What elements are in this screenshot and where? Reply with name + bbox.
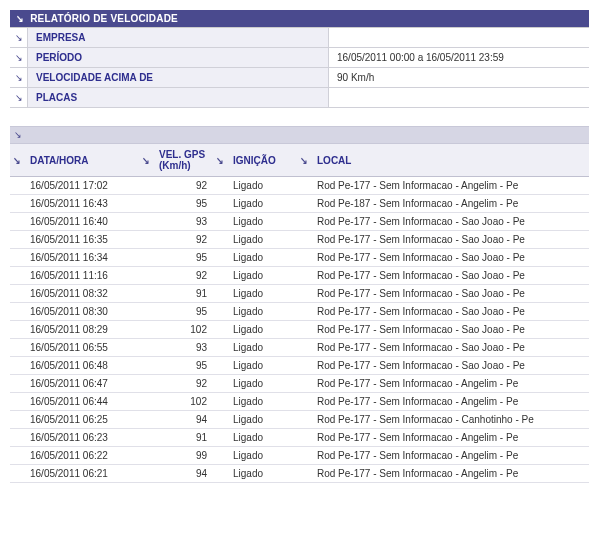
cell-spacer [213,393,227,411]
cell-spacer [213,231,227,249]
header-datahora[interactable]: DATA/HORA [24,144,139,177]
cell-spacer [139,285,153,303]
cell-spacer [213,177,227,195]
cell-local: Rod Pe-177 - Sem Informacao - Angelim - … [311,177,589,195]
cell-local: Rod Pe-177 - Sem Informacao - Sao Joao -… [311,285,589,303]
cell-datahora: 16/05/2011 06:47 [24,375,139,393]
cell-vel: 95 [153,357,213,375]
cell-datahora: 16/05/2011 06:48 [24,357,139,375]
param-arrow-cell: ↘ [10,48,28,67]
cell-vel: 91 [153,285,213,303]
cell-vel: 94 [153,411,213,429]
cell-spacer [10,213,24,231]
cell-vel: 95 [153,249,213,267]
param-row: ↘VELOCIDADE ACIMA DE90 Km/h [10,68,589,88]
table-row: 16/05/2011 06:2391LigadoRod Pe-177 - Sem… [10,429,589,447]
cell-vel: 92 [153,231,213,249]
cell-spacer [10,285,24,303]
cell-vel: 95 [153,303,213,321]
cell-spacer [10,195,24,213]
cell-spacer [139,447,153,465]
cell-vel: 102 [153,321,213,339]
cell-spacer [139,249,153,267]
cell-spacer [139,429,153,447]
param-arrow-cell: ↘ [10,68,28,87]
chevron-down-icon: ↘ [15,73,22,83]
cell-vel: 94 [153,465,213,483]
cell-spacer [213,375,227,393]
table-row: 16/05/2011 17:0292LigadoRod Pe-177 - Sem… [10,177,589,195]
cell-spacer [213,285,227,303]
cell-vel: 99 [153,447,213,465]
table-row: 16/05/2011 06:4895LigadoRod Pe-177 - Sem… [10,357,589,375]
header-vel[interactable]: VEL. GPS (Km/h) [153,144,213,177]
table-row: 16/05/2011 08:29102LigadoRod Pe-177 - Se… [10,321,589,339]
cell-spacer [10,465,24,483]
chevron-down-icon: ↘ [142,156,149,166]
cell-spacer [139,213,153,231]
cell-ignicao: Ligado [227,195,297,213]
section-bar: ↘ [10,126,589,144]
cell-spacer [139,231,153,249]
cell-vel: 102 [153,393,213,411]
cell-ignicao: Ligado [227,447,297,465]
chevron-down-icon: ↘ [216,156,223,166]
cell-local: Rod Pe-177 - Sem Informacao - Angelim - … [311,447,589,465]
cell-spacer [297,393,311,411]
cell-spacer [139,177,153,195]
param-label: EMPRESA [28,28,328,47]
cell-vel: 92 [153,375,213,393]
cell-ignicao: Ligado [227,249,297,267]
table-body: 16/05/2011 17:0292LigadoRod Pe-177 - Sem… [10,177,589,483]
param-arrow-cell: ↘ [10,28,28,47]
cell-local: Rod Pe-177 - Sem Informacao - Sao Joao -… [311,303,589,321]
cell-spacer [10,447,24,465]
chevron-down-icon: ↘ [15,93,22,103]
header-ignicao[interactable]: IGNIÇÃO [227,144,297,177]
cell-local: Rod Pe-177 - Sem Informacao - Angelim - … [311,429,589,447]
cell-spacer [213,195,227,213]
cell-datahora: 16/05/2011 06:22 [24,447,139,465]
cell-spacer [10,231,24,249]
report-title: RELATÓRIO DE VELOCIDADE [30,13,178,24]
param-label: VELOCIDADE ACIMA DE [28,68,328,87]
cell-local: Rod Pe-177 - Sem Informacao - Sao Joao -… [311,321,589,339]
param-value: 90 Km/h [328,68,589,87]
cell-spacer [297,357,311,375]
cell-spacer [297,321,311,339]
cell-spacer [213,267,227,285]
cell-spacer [213,249,227,267]
chevron-down-icon: ↘ [15,53,22,63]
cell-ignicao: Ligado [227,213,297,231]
cell-ignicao: Ligado [227,393,297,411]
cell-spacer [213,447,227,465]
cell-spacer [297,177,311,195]
cell-spacer [10,267,24,285]
cell-vel: 92 [153,177,213,195]
param-value [328,28,589,47]
param-label: PERÍODO [28,48,328,67]
param-row: ↘PERÍODO16/05/2011 00:00 a 16/05/2011 23… [10,48,589,68]
cell-spacer [213,411,227,429]
cell-local: Rod Pe-177 - Sem Informacao - Sao Joao -… [311,357,589,375]
cell-ignicao: Ligado [227,465,297,483]
param-label: PLACAS [28,88,328,107]
cell-spacer [10,429,24,447]
table-row: 16/05/2011 06:2299LigadoRod Pe-177 - Sem… [10,447,589,465]
cell-vel: 91 [153,429,213,447]
cell-ignicao: Ligado [227,375,297,393]
cell-spacer [297,249,311,267]
cell-spacer [297,375,311,393]
cell-datahora: 16/05/2011 08:32 [24,285,139,303]
table-row: 16/05/2011 06:2194LigadoRod Pe-177 - Sem… [10,465,589,483]
report-parameters: ↘EMPRESA↘PERÍODO16/05/2011 00:00 a 16/05… [10,27,589,108]
cell-spacer [139,267,153,285]
cell-local: Rod Pe-177 - Sem Informacao - Angelim - … [311,393,589,411]
cell-datahora: 16/05/2011 06:25 [24,411,139,429]
cell-spacer [213,465,227,483]
cell-spacer [297,447,311,465]
header-arrow: ↘ [297,144,311,177]
header-local[interactable]: LOCAL [311,144,589,177]
cell-local: Rod Pe-177 - Sem Informacao - Sao Joao -… [311,231,589,249]
param-value: 16/05/2011 00:00 a 16/05/2011 23:59 [328,48,589,67]
